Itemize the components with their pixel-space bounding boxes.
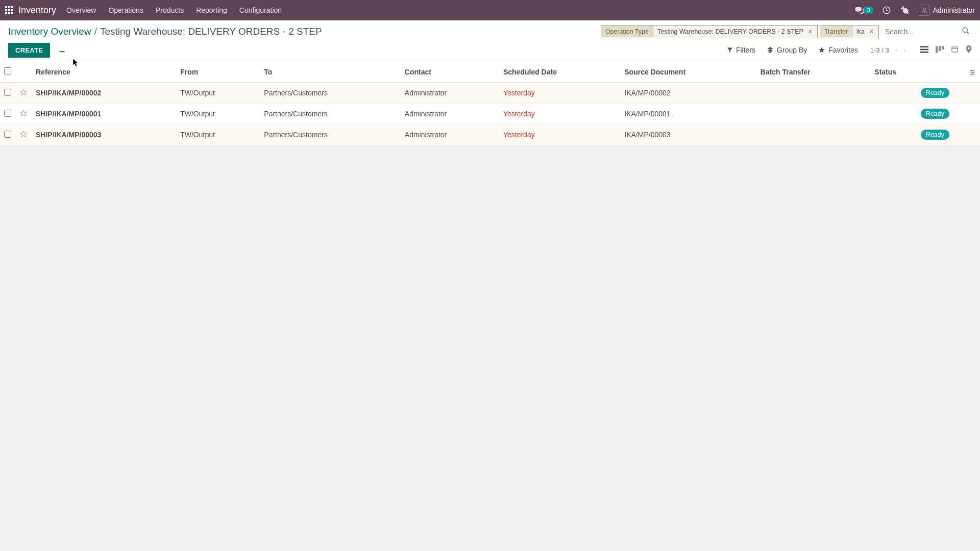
cell-contact: Administrator — [401, 124, 499, 145]
status-badge: Ready — [921, 109, 949, 119]
status-badge: Ready — [921, 130, 949, 140]
nav-link-configuration[interactable]: Configuration — [239, 6, 282, 14]
table-row[interactable]: SHIP/IKA/MP/00002 TW/Output Partners/Cus… — [0, 83, 980, 104]
pager-text[interactable]: 1-3 / 3 — [870, 46, 889, 54]
optional-fields-button[interactable] — [965, 61, 980, 83]
facet-remove-icon[interactable]: × — [806, 28, 814, 35]
cell-to: Partners/Customers — [260, 83, 401, 104]
cell-source: IKA/MP/00003 — [620, 124, 756, 145]
col-scheduled[interactable]: Scheduled Date — [499, 61, 620, 83]
module-name[interactable]: Inventory — [18, 5, 56, 16]
apps-icon[interactable] — [5, 6, 13, 14]
svg-rect-8 — [942, 46, 944, 49]
cell-scheduled: Yesterday — [499, 83, 620, 104]
cell-batch — [756, 124, 871, 145]
layers-icon — [767, 46, 774, 54]
cell-contact: Administrator — [401, 83, 499, 104]
col-from[interactable]: From — [176, 61, 260, 83]
kanban-icon — [936, 46, 944, 53]
col-status[interactable]: Status — [870, 61, 965, 83]
list-icon — [920, 46, 928, 53]
cell-from: TW/Output — [176, 104, 260, 124]
col-contact[interactable]: Contact — [401, 61, 499, 83]
cell-scheduled: Yesterday — [499, 104, 620, 124]
svg-point-10 — [971, 70, 972, 71]
table-row[interactable]: SHIP/IKA/MP/00003 TW/Output Partners/Cus… — [0, 124, 980, 145]
col-source[interactable]: Source Document — [620, 61, 756, 83]
map-pin-icon — [966, 45, 972, 53]
select-all-checkbox[interactable] — [4, 67, 11, 74]
messages-button[interactable]: 3 — [855, 6, 872, 14]
favorites-button[interactable]: Favorites — [818, 46, 858, 54]
col-batch[interactable]: Batch Transfer — [756, 61, 871, 83]
breadcrumb-parent[interactable]: Inventory Overview — [8, 26, 91, 37]
svg-rect-6 — [936, 46, 938, 53]
nav-link-overview[interactable]: Overview — [66, 6, 96, 14]
view-map-button[interactable] — [966, 45, 972, 55]
cell-batch — [756, 83, 871, 104]
user-menu[interactable]: Administrator — [919, 5, 975, 16]
facet-remove-icon[interactable]: × — [868, 28, 875, 35]
nav-links: Overview Operations Products Reporting C… — [66, 6, 855, 14]
facet-label: Transfer — [820, 26, 852, 37]
search-facet-transfer: Transfer ika × — [820, 25, 879, 38]
view-calendar-button[interactable] — [951, 45, 959, 55]
cell-scheduled: Yesterday — [499, 124, 620, 145]
filter-group: Filters Group By Favorites — [727, 46, 858, 54]
svg-point-11 — [973, 71, 974, 72]
table-row[interactable]: SHIP/IKA/MP/00001 TW/Output Partners/Cus… — [0, 104, 980, 124]
status-badge: Ready — [921, 88, 949, 98]
view-kanban-button[interactable] — [936, 46, 944, 55]
cell-source: IKA/MP/00001 — [620, 104, 756, 124]
breadcrumb: Inventory Overview / Testing Warehouse: … — [8, 26, 322, 37]
debug-icon[interactable] — [900, 6, 910, 15]
view-list-button[interactable] — [920, 46, 928, 55]
nav-link-products[interactable]: Products — [156, 6, 184, 14]
cell-from: TW/Output — [176, 124, 260, 145]
cell-contact: Administrator — [401, 104, 499, 124]
list-view: Reference From To Contact Scheduled Date… — [0, 61, 980, 145]
breadcrumb-current: Testing Warehouse: DELIVERY ORDERS - 2 S… — [100, 26, 322, 37]
row-checkbox[interactable] — [4, 89, 11, 96]
svg-point-2 — [963, 28, 967, 32]
nav-link-operations[interactable]: Operations — [108, 6, 143, 14]
svg-point-1 — [923, 8, 925, 10]
top-navbar: Inventory Overview Operations Products R… — [0, 0, 980, 20]
svg-rect-5 — [920, 52, 928, 53]
search-input[interactable] — [881, 26, 958, 38]
row-checkbox[interactable] — [4, 131, 11, 138]
table-header-row: Reference From To Contact Scheduled Date… — [0, 61, 980, 83]
control-panel: Inventory Overview / Testing Warehouse: … — [0, 20, 980, 61]
download-button[interactable] — [55, 42, 69, 58]
facet-value: Testing Warehouse: DELIVERY ORDERS - 2 S… — [657, 28, 803, 35]
pager-prev-button[interactable]: ‹ — [893, 44, 900, 56]
star-icon — [818, 46, 825, 54]
cell-from: TW/Output — [176, 83, 260, 104]
row-checkbox[interactable] — [4, 110, 11, 117]
svg-rect-3 — [920, 46, 928, 47]
cell-to: Partners/Customers — [260, 104, 401, 124]
funnel-icon — [727, 47, 733, 53]
search-area: Operation Type Testing Warehouse: DELIVE… — [601, 24, 972, 38]
svg-point-12 — [971, 73, 972, 74]
svg-rect-7 — [939, 46, 941, 51]
groupby-button[interactable]: Group By — [767, 46, 807, 54]
star-icon[interactable] — [19, 90, 28, 98]
nav-right: 3 Administrator — [855, 5, 975, 16]
clock-icon[interactable] — [882, 6, 891, 15]
col-reference[interactable]: Reference — [32, 61, 176, 83]
svg-rect-9 — [952, 47, 958, 52]
create-button[interactable]: CREATE — [8, 43, 50, 58]
col-to[interactable]: To — [260, 61, 401, 83]
cell-source: IKA/MP/00002 — [620, 83, 756, 104]
svg-rect-4 — [920, 48, 928, 50]
filters-button[interactable]: Filters — [727, 46, 755, 54]
cell-status: Ready — [870, 104, 965, 124]
user-name: Administrator — [933, 6, 975, 14]
star-icon[interactable] — [19, 111, 28, 119]
nav-link-reporting[interactable]: Reporting — [196, 6, 227, 14]
search-icon[interactable] — [960, 24, 972, 38]
star-icon[interactable] — [19, 132, 28, 140]
pager-next-button[interactable]: › — [901, 44, 908, 56]
view-switcher — [920, 45, 972, 55]
